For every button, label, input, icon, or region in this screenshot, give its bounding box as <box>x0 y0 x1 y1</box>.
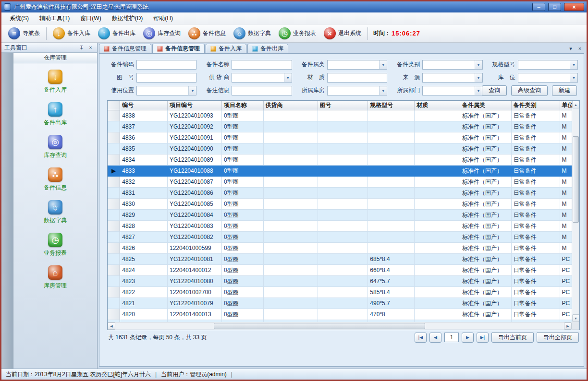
scroll-left-icon[interactable]: ◀ <box>108 322 115 330</box>
material-input[interactable] <box>327 73 387 83</box>
table-row[interactable]: 4831YG122040100860型圈标准件（国产）日常备件M <box>108 188 572 199</box>
parts-outbound-icon: ↑ <box>98 27 110 39</box>
tab-close-icon[interactable]: × <box>576 45 584 52</box>
table-row[interactable]: 4834YG122040100890型圈标准件（国产）日常备件M <box>108 155 572 166</box>
sidebar-item-warehouse-mgmt[interactable]: ⌂库房管理 <box>26 265 84 298</box>
vertical-scroll-track[interactable] <box>572 108 579 314</box>
next-page-button[interactable]: ▶ <box>462 333 474 343</box>
horizontal-scroll-track[interactable] <box>115 322 564 330</box>
part-genus-select[interactable]: ▾ <box>327 60 387 70</box>
table-row[interactable]: 4836YG122040100910型圈标准件（国产）日常备件M <box>108 132 572 143</box>
row-indicator <box>108 221 120 232</box>
data-dictionary-button[interactable]: ☼数据字典 <box>230 26 275 41</box>
query-button[interactable]: 查询 <box>482 85 507 96</box>
drawing-no-input[interactable] <box>136 73 196 83</box>
close-button[interactable]: × <box>564 3 584 11</box>
table-row[interactable]: 482612204010005990型圈标准件（国产）日常备件M <box>108 243 572 254</box>
sidebar-item-parts-inbound[interactable]: ↓备件入库 <box>26 70 84 102</box>
column-header[interactable]: 编号 <box>120 101 168 110</box>
sidebar-close-icon[interactable]: × <box>87 44 94 51</box>
column-header[interactable]: 供货商 <box>264 101 318 110</box>
inventory-query-button[interactable]: ◎库存查询 <box>139 26 184 41</box>
table-row[interactable]: 4827YG122040100820型圈标准件（国产）日常备件M <box>108 232 572 243</box>
row-indicator-header[interactable] <box>108 101 120 110</box>
parts-outbound-button[interactable]: ↑备件出库 <box>94 26 139 41</box>
table-row[interactable]: 4825YG122040100810型圈685*8.4标准件（国产）日常备件PC <box>108 254 572 265</box>
scroll-up-icon[interactable]: ▲ <box>572 101 579 108</box>
minimize-button[interactable]: – <box>532 3 545 11</box>
table-row[interactable]: 4837YG122040100920型圈标准件（国产）日常备件M <box>108 121 572 132</box>
vertical-scroll-thumb[interactable] <box>573 136 579 223</box>
tab-list-dropdown-icon[interactable]: ▾ <box>567 45 575 52</box>
first-page-button[interactable]: |◀ <box>415 333 427 343</box>
export-all-pages-button[interactable]: 导出全部页 <box>537 332 579 343</box>
scroll-down-icon[interactable]: ▼ <box>572 314 579 322</box>
horizontal-scrollbar[interactable]: ◀ ▶ <box>108 322 572 330</box>
page-number-input[interactable] <box>444 333 459 342</box>
table-row[interactable]: 482412204014000120型圈660*8.4标准件（国产）日常备件PC <box>108 265 572 276</box>
column-header[interactable]: 备件属类 <box>460 101 512 110</box>
part-name-input[interactable] <box>232 60 292 70</box>
tab-4[interactable]: 备件出库 <box>247 44 288 53</box>
table-row[interactable]: 482012204014000130型圈470*8标准件（国产）日常备件PC <box>108 309 572 320</box>
location-select[interactable]: ▾ <box>518 73 578 83</box>
menu-item-4[interactable]: 数据维护(D) <box>107 13 148 24</box>
vertical-scrollbar[interactable]: ▲ ▼ <box>572 101 579 322</box>
horizontal-scroll-thumb[interactable] <box>214 323 425 329</box>
tab-3[interactable]: 备件入库 <box>206 44 246 53</box>
warehouse-select[interactable]: ▾ <box>327 86 387 95</box>
sidebar-item-business-report[interactable]: ◷业务报表 <box>26 233 84 265</box>
export-current-page-button[interactable]: 导出当前页 <box>491 332 534 343</box>
table-row[interactable]: 4829YG122040100840型圈标准件（国产）日常备件M <box>108 210 572 221</box>
cell: 4822 <box>120 287 168 298</box>
menu-item-1[interactable]: 系统(S) <box>4 13 34 24</box>
prev-page-button[interactable]: ◀ <box>429 333 441 343</box>
column-header[interactable]: 材质 <box>415 101 460 110</box>
remark-input[interactable] <box>232 86 292 95</box>
menu-item-2[interactable]: 辅助工具(T) <box>34 13 75 24</box>
tab-1[interactable]: 备件信息管理 <box>99 44 151 53</box>
table-row[interactable]: 4832YG122040100870型圈标准件（国产）日常备件M <box>108 177 572 188</box>
column-header[interactable]: 规格型号 <box>368 101 415 110</box>
table-row[interactable]: ▶4833YG122040100880型圈标准件（国产）日常备件M <box>108 166 572 177</box>
sidebar-item-inventory-query[interactable]: ◎库存查询 <box>26 135 84 167</box>
advanced-query-button[interactable]: 高级查询 <box>511 85 548 96</box>
sidebar-item-parts-outbound[interactable]: ↑备件出库 <box>26 102 84 135</box>
parts-info-button[interactable]: ∴备件信息 <box>184 26 230 41</box>
column-header[interactable]: 单位 <box>560 101 572 110</box>
column-header[interactable]: 图号 <box>318 101 368 110</box>
table-row[interactable]: 4828YG122040100830型圈标准件（国产）日常备件M <box>108 221 572 232</box>
maximize-button[interactable]: □ <box>548 3 561 11</box>
column-header[interactable]: 项目编号 <box>168 101 222 110</box>
supplier-select[interactable]: ▾ <box>232 73 292 83</box>
usage-position-select[interactable]: ▾ <box>136 86 196 95</box>
cell: 0型圈 <box>222 132 264 143</box>
column-header[interactable]: 备件类别 <box>512 101 560 110</box>
cell: PC <box>560 309 572 320</box>
new-button[interactable]: 新建 <box>552 85 577 96</box>
table-row[interactable]: 482212204010027000型圈585*8.4标准件（国产）日常备件PC <box>108 287 572 298</box>
table-row[interactable]: 4823YG122040100800型圈647*5.7标准件（国产）日常备件PC <box>108 276 572 287</box>
parts-inbound-button[interactable]: ↓备件入库 <box>49 26 94 41</box>
table-row[interactable]: 4821YG122040100790型圈490*5.7标准件（国产）日常备件PC <box>108 298 572 309</box>
sidebar-item-data-dictionary[interactable]: ☼数据字典 <box>26 200 84 233</box>
last-page-button[interactable]: ▶| <box>477 333 489 343</box>
part-category-select[interactable]: ▾ <box>422 60 482 70</box>
scroll-right-icon[interactable]: ▶ <box>564 322 572 330</box>
nav-bar-button[interactable]: ≡导航条 <box>4 26 44 41</box>
pin-icon[interactable]: ↧ <box>78 44 85 51</box>
table-row[interactable]: 4838YG122040100930型圈标准件（国产）日常备件M <box>108 110 572 121</box>
part-code-input[interactable] <box>136 60 196 70</box>
column-header[interactable]: 项目名称 <box>222 101 264 110</box>
spec-model-select[interactable]: ▾ <box>518 60 578 70</box>
menu-item-5[interactable]: 帮助(H) <box>148 13 178 24</box>
table-row[interactable]: 4830YG122040100850型圈标准件（国产）日常备件M <box>108 199 572 210</box>
business-report-button[interactable]: ◷业务报表 <box>275 26 320 41</box>
department-select[interactable]: ▾ <box>422 86 482 95</box>
tab-2[interactable]: 备件信息管理 <box>152 44 205 53</box>
menu-item-3[interactable]: 窗口(W) <box>75 13 106 24</box>
exit-system-button[interactable]: ×退出系统 <box>320 26 365 41</box>
source-select[interactable]: ▾ <box>422 73 482 83</box>
sidebar-item-parts-info[interactable]: ∴备件信息 <box>26 167 84 200</box>
table-row[interactable]: 4835YG122040100900型圈标准件（国产）日常备件M <box>108 143 572 155</box>
